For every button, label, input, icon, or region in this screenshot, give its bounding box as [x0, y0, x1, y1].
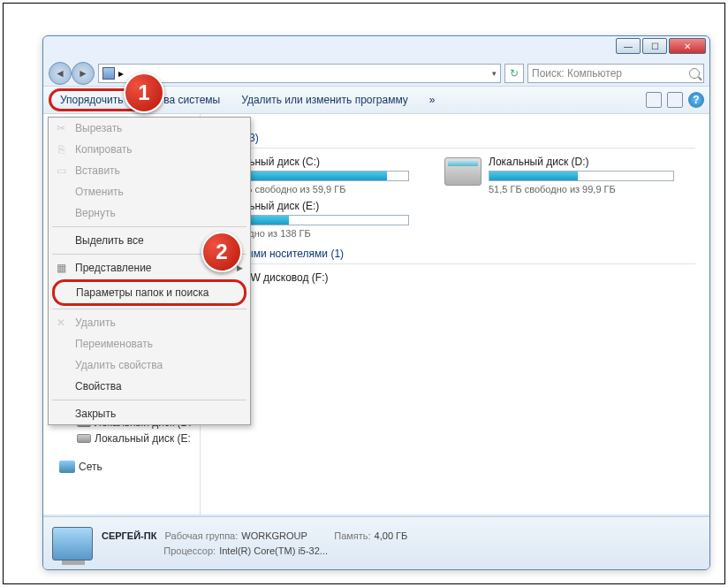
drive-free-text: 7 ГБ свободно из 59,9 ГБ: [232, 184, 409, 194]
usage-bar: [232, 171, 409, 181]
copy-icon: ⎘: [54, 142, 68, 156]
menu-properties[interactable]: Свойства: [49, 376, 250, 397]
help-button[interactable]: ?: [688, 92, 704, 108]
group-hard-disks[interactable]: диски (3): [215, 128, 695, 149]
address-dropdown-icon[interactable]: ▾: [492, 69, 497, 78]
drive-free-text: ободно из 138 ГБ: [232, 228, 409, 239]
menu-separator: [52, 309, 246, 309]
refresh-button[interactable]: ↻: [504, 64, 524, 83]
usage-bar: [489, 171, 674, 181]
tree-item-network[interactable]: Сеть: [43, 446, 200, 475]
preview-pane-button[interactable]: [667, 92, 683, 108]
search-icon: [689, 68, 700, 79]
callout-2: 2: [201, 232, 242, 272]
tree-label: Сеть: [79, 461, 102, 473]
menu-cut[interactable]: ✂Вырезать: [49, 118, 250, 139]
chevron-right-icon: ▶: [237, 263, 243, 272]
drive-label: кальный диск (E:): [232, 200, 409, 212]
menu-redo[interactable]: Вернуть: [49, 202, 250, 224]
computer-icon: [102, 67, 115, 80]
close-button[interactable]: ✕: [669, 38, 706, 54]
delete-icon: ✕: [54, 316, 68, 330]
menu-copy[interactable]: ⎘Копировать: [49, 139, 250, 160]
more-button[interactable]: »: [424, 91, 441, 109]
menu-folder-options[interactable]: Параметры папок и поиска: [52, 279, 246, 306]
callout-1: 1: [124, 72, 164, 113]
group-removable[interactable]: съемными носителями (1): [215, 244, 695, 264]
menu-close[interactable]: Закрыть: [49, 403, 250, 424]
usage-bar: [232, 215, 409, 225]
address-arrow: ▸: [118, 67, 124, 80]
hdd-icon: [444, 157, 482, 186]
back-button[interactable]: ◄: [49, 62, 72, 85]
drive-c[interactable]: кальный диск (C:) 7 ГБ свободно из 59,9 …: [232, 156, 409, 194]
tree-label: Локальный диск (E:: [95, 432, 191, 445]
content-pane: диски (3) кальный диск (C:) 7 ГБ свободн…: [201, 114, 709, 515]
forward-button[interactable]: ►: [72, 62, 95, 85]
search-input[interactable]: Поиск: Компьютер: [527, 64, 704, 83]
system-props-button[interactable]: ва системы: [158, 91, 225, 109]
paste-icon: ▭: [54, 164, 68, 178]
drive-label: кальный диск (C:): [232, 156, 409, 168]
minimize-button[interactable]: —: [616, 38, 641, 54]
network-icon: [59, 461, 75, 473]
status-text: СЕРГЕЙ-ПК Рабочая группа:WORKGROUP Памят…: [102, 529, 407, 558]
view-button[interactable]: [646, 92, 662, 108]
layout-icon: ▦: [54, 261, 68, 275]
drive-d[interactable]: Локальный диск (D:) 51,5 ГБ свободно из …: [444, 156, 674, 194]
computer-large-icon: [52, 527, 93, 560]
drive-label: Локальный диск (D:): [489, 156, 674, 168]
menu-remove-props[interactable]: Удалить свойства: [49, 354, 250, 376]
status-bar: СЕРГЕЙ-ПК Рабочая группа:WORKGROUP Памят…: [43, 516, 709, 569]
maximize-button[interactable]: ☐: [642, 38, 667, 54]
drive-dvd[interactable]: D RW дисковод (F:): [232, 271, 409, 286]
drive-free-text: 51,5 ГБ свободно из 99,9 ГБ: [489, 184, 674, 194]
menu-separator: [52, 226, 246, 227]
menu-paste[interactable]: ▭Вставить: [49, 160, 250, 181]
menu-undo[interactable]: Отменить: [49, 181, 250, 202]
pc-name: СЕРГЕЙ-ПК: [102, 530, 156, 541]
cut-icon: ✂: [54, 121, 68, 135]
organize-label: Упорядочить: [60, 94, 123, 106]
drive-label: D RW дисковод (F:): [232, 271, 409, 284]
tree-item-disk-e[interactable]: Локальный диск (E:: [43, 431, 200, 446]
titlebar: — ☐ ✕: [43, 36, 709, 61]
menu-delete[interactable]: ✕Удалить: [49, 312, 250, 333]
menu-rename[interactable]: Переименовать: [49, 333, 250, 354]
disk-icon: [77, 434, 91, 443]
drive-e[interactable]: кальный диск (E:) ободно из 138 ГБ: [232, 200, 409, 239]
uninstall-button[interactable]: Удалить или изменить программу: [236, 91, 413, 109]
search-placeholder: Поиск: Компьютер: [532, 67, 622, 80]
menu-separator: [52, 400, 246, 400]
